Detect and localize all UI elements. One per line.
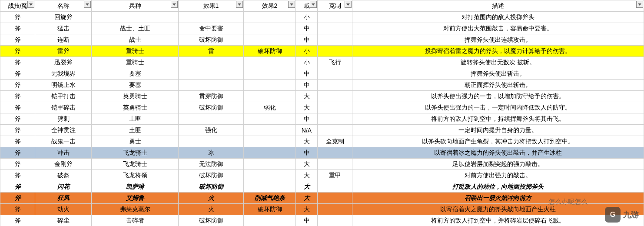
table-cell[interactable]: 削减气绝条 — [244, 193, 296, 204]
table-cell[interactable]: 斧 — [0, 147, 35, 159]
table-cell[interactable]: 斧 — [0, 204, 35, 215]
table-row[interactable]: 斧无我境界要塞中挥舞斧头使出斩击。 — [0, 68, 644, 80]
table-cell[interactable]: 冰 — [179, 147, 244, 159]
table-cell[interactable]: 击碎者 — [92, 215, 179, 226]
filter-dropdown-button[interactable] — [171, 1, 178, 8]
table-cell[interactable]: 挥舞斧头使出斩击。 — [352, 68, 644, 80]
table-cell[interactable]: 召唤出一股火焰冲向前方 — [352, 193, 644, 204]
table-cell[interactable]: 以斧头砍向地面产生龟裂，其冲击力将把敌人打到空中。 — [352, 136, 644, 147]
table-cell[interactable]: 中 — [296, 34, 318, 46]
table-cell[interactable] — [318, 193, 352, 204]
table-cell[interactable]: 破坏防御 — [244, 46, 296, 57]
table-cell[interactable]: 破盔 — [35, 170, 92, 181]
table-cell[interactable]: 大 — [296, 91, 318, 102]
table-cell[interactable] — [244, 147, 296, 159]
table-cell[interactable] — [244, 181, 296, 193]
table-cell[interactable]: 全克制 — [318, 136, 352, 147]
table-cell[interactable]: 雷斧 — [35, 46, 92, 57]
table-cell[interactable]: 重骑士 — [92, 57, 179, 68]
table-cell[interactable]: 斧 — [0, 193, 35, 204]
table-cell[interactable]: 战士 — [92, 34, 179, 46]
table-cell[interactable]: 斧 — [0, 12, 35, 23]
table-cell[interactable]: 朝正面挥斧头使出斩击。 — [352, 80, 644, 91]
table-cell[interactable]: 斧 — [0, 215, 35, 226]
table-cell[interactable]: 将前方的敌人打到空中，持续挥舞斧头将其击飞。 — [352, 113, 644, 125]
table-cell[interactable]: 重甲 — [318, 170, 352, 181]
table-cell[interactable]: 大 — [296, 181, 318, 193]
table-cell[interactable]: 飞龙骑士 — [92, 147, 179, 159]
table-cell[interactable] — [318, 113, 352, 125]
table-cell[interactable] — [244, 12, 296, 23]
table-cell[interactable]: 无我境界 — [35, 68, 92, 80]
table-cell[interactable] — [244, 215, 296, 226]
table-cell[interactable] — [179, 136, 244, 147]
table-cell[interactable]: 小 — [296, 57, 318, 68]
table-cell[interactable]: 狂风 — [35, 193, 92, 204]
table-cell[interactable]: 土匪 — [92, 125, 179, 136]
table-cell[interactable]: 对前方使出大范围敲击，容易命中要害。 — [352, 23, 644, 34]
table-cell[interactable] — [244, 136, 296, 147]
table-row[interactable]: 斧铠甲碎击英勇骑士破坏防御弱化大以斧头使出强力的一击，一定时间内降低敌人的防守。 — [0, 102, 644, 113]
table-cell[interactable]: 无法防御 — [179, 159, 244, 170]
table-cell[interactable]: 斧 — [0, 102, 35, 113]
column-header[interactable]: 克制 — [318, 0, 352, 12]
table-cell[interactable] — [244, 113, 296, 125]
table-cell[interactable]: 劈刺 — [35, 113, 92, 125]
table-cell[interactable]: 中 — [296, 113, 318, 125]
table-cell[interactable] — [318, 12, 352, 23]
table-cell[interactable]: 足以使岩层崩裂突起的强力敲击。 — [352, 159, 644, 170]
table-cell[interactable]: 破坏防御 — [179, 102, 244, 113]
table-cell[interactable] — [244, 170, 296, 181]
table-cell[interactable]: 勇士 — [92, 136, 179, 147]
table-row[interactable]: 斧全神贯注土匪强化N/A一定时间内提升自身的力量。 — [0, 125, 644, 136]
table-cell[interactable]: 艾姆鲁 — [92, 193, 179, 204]
table-cell[interactable] — [244, 68, 296, 80]
table-cell[interactable]: 斧 — [0, 68, 35, 80]
table-cell[interactable]: 铠甲打击 — [35, 91, 92, 102]
table-cell[interactable] — [244, 57, 296, 68]
table-cell[interactable] — [179, 68, 244, 80]
column-header[interactable]: 兵种 — [92, 0, 179, 12]
table-cell[interactable]: 破坏防御 — [179, 215, 244, 226]
table-cell[interactable] — [179, 80, 244, 91]
table-cell[interactable]: 破坏防御 — [179, 170, 244, 181]
table-cell[interactable] — [244, 91, 296, 102]
table-cell[interactable] — [244, 159, 296, 170]
table-cell[interactable]: 破坏防御 — [244, 204, 296, 215]
table-cell[interactable]: 弱化 — [244, 102, 296, 113]
table-cell[interactable]: 雷 — [179, 46, 244, 57]
table-cell[interactable]: 命中要害 — [179, 23, 244, 34]
filter-dropdown-button[interactable] — [84, 1, 91, 8]
table-cell[interactable]: 破坏防御 — [179, 181, 244, 193]
table-cell[interactable] — [92, 12, 179, 23]
table-cell[interactable]: 斧 — [0, 91, 35, 102]
table-cell[interactable]: 飞龙将领 — [92, 170, 179, 181]
table-cell[interactable]: N/A — [296, 125, 318, 136]
table-cell[interactable]: 强化 — [179, 125, 244, 136]
table-row[interactable]: 斧明镜止水要塞中朝正面挥斧头使出斩击。 — [0, 80, 644, 91]
table-cell[interactable]: 以斧头使出强力的一击，一定时间内降低敌人的防守。 — [352, 102, 644, 113]
table-cell[interactable]: 斧 — [0, 80, 35, 91]
table-row[interactable]: 斧铠甲打击英勇骑士贯穿防御大以斧头使出强力的一击，以增加防守给予的伤害。 — [0, 91, 644, 102]
table-cell[interactable]: 弗莱克葛尔 — [92, 204, 179, 215]
table-cell[interactable]: 中 — [296, 68, 318, 80]
table-row[interactable]: 斧战鬼一击勇士大全克制以斧头砍向地面产生龟裂，其冲击力将把敌人打到空中。 — [0, 136, 644, 147]
table-cell[interactable]: 要塞 — [92, 68, 179, 80]
table-cell[interactable]: 回旋斧 — [35, 12, 92, 23]
table-cell[interactable] — [318, 46, 352, 57]
table-cell[interactable] — [318, 125, 352, 136]
table-cell[interactable] — [244, 80, 296, 91]
table-cell[interactable]: 以斧头使出强力的一击，以增加防守给予的伤害。 — [352, 91, 644, 102]
table-cell[interactable] — [179, 12, 244, 23]
table-cell[interactable]: 迅裂斧 — [35, 57, 92, 68]
column-header[interactable]: 效果1 — [179, 0, 244, 12]
table-cell[interactable]: 一定时间内提升自身的力量。 — [352, 125, 644, 136]
table-cell[interactable]: 中 — [296, 215, 318, 226]
table-cell[interactable]: 斧 — [0, 136, 35, 147]
table-cell[interactable]: 破坏防御 — [179, 34, 244, 46]
table-cell[interactable] — [318, 91, 352, 102]
table-cell[interactable]: 大 — [296, 159, 318, 170]
table-row[interactable]: 斧狂风艾姆鲁火削减气绝条大召唤出一股火焰冲向前方 — [0, 193, 644, 204]
table-cell[interactable] — [318, 159, 352, 170]
table-cell[interactable]: 斧 — [0, 23, 35, 34]
